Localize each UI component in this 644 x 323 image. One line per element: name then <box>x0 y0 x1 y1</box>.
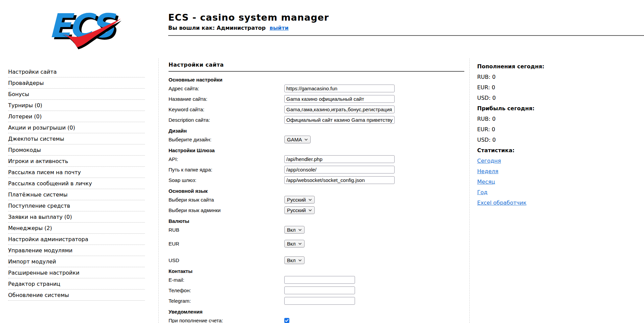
sidebar-item[interactable]: Поступление средств <box>8 200 145 211</box>
field-label: Адрес сайта: <box>169 86 284 91</box>
stats-link[interactable]: Excel обработчик <box>477 200 527 206</box>
stats-value: USD: 0 <box>477 93 619 103</box>
chevron-down-icon <box>298 243 302 245</box>
phone-field[interactable] <box>284 286 355 294</box>
stats-link-row: Неделя <box>477 166 619 177</box>
sidebar-item[interactable]: Рассылка сообщений в личку <box>8 178 145 189</box>
email-field[interactable] <box>284 276 355 284</box>
page-title: ECS - casino system manager <box>168 12 329 23</box>
sidebar-item[interactable]: Лотереи (0) <box>8 111 145 122</box>
site-keywords-field[interactable] <box>284 106 395 113</box>
select-value: Вкл <box>287 257 296 263</box>
admin-language-select-row: Выбери язык админкиРусский <box>169 205 469 215</box>
sidebar-item[interactable]: Джекпоты системы <box>8 133 145 144</box>
notify-on-deposit-checkbox-row: При пополнение счета: <box>169 315 469 323</box>
design-select-row: Выберите дизайн:GAMA <box>169 134 469 145</box>
field-label: Выбери язык сайта <box>169 197 284 203</box>
sidebar-item[interactable]: Заявки на выплату (0) <box>8 211 145 223</box>
currency-usd-select[interactable]: Вкл <box>284 256 305 264</box>
stats-link[interactable]: Год <box>477 189 488 195</box>
stats-link-row: Месяц <box>477 177 619 187</box>
site-description-field[interactable] <box>284 116 395 124</box>
select-value: Русский <box>287 197 306 203</box>
login-status-text: Вы вошли как: Администратор <box>168 25 266 31</box>
stats-value: RUB: 0 <box>477 72 619 82</box>
stats-value: RUB: 0 <box>477 114 619 124</box>
field-label: API: <box>169 156 284 162</box>
chevron-down-icon <box>308 199 312 201</box>
stats-link[interactable]: Месяц <box>477 179 495 185</box>
field-label: Soap шлюз: <box>169 177 284 183</box>
stats-value: EUR: 0 <box>477 82 619 93</box>
chevron-down-icon <box>308 209 312 211</box>
section-header: Основные настройки <box>169 74 469 83</box>
sidebar-item[interactable]: Настройки администратора <box>8 234 145 245</box>
currency-rub-select[interactable]: Вкл <box>284 226 305 234</box>
select-value: Вкл <box>287 241 296 247</box>
design-select[interactable]: GAMA <box>284 136 311 143</box>
sidebar-item[interactable]: Настройки сайта <box>8 66 145 77</box>
site-description-field-row: Description сайта: <box>169 115 469 125</box>
field-label: Выбери язык админки <box>169 207 284 213</box>
stats-link[interactable]: Неделя <box>477 168 498 175</box>
sidebar-item[interactable]: Расширенные настройки <box>8 267 145 278</box>
stats-panel: Пополнения сегодня:RUB: 0EUR: 0USD: 0При… <box>477 61 619 208</box>
field-label: Телефон: <box>169 287 284 293</box>
panel-title-divider <box>169 71 464 72</box>
sidebar-item[interactable]: Акции и розыгрыши (0) <box>8 122 145 133</box>
stats-link[interactable]: Сегодня <box>477 158 501 164</box>
core-folder-field[interactable] <box>284 166 395 174</box>
sidebar-item[interactable]: Платёжные системы <box>8 189 145 200</box>
section-header: Дизайн <box>169 125 469 134</box>
currency-rub-select-row: RUBВкл <box>169 225 469 235</box>
sidebar-item[interactable]: Провайдеры <box>8 77 145 89</box>
field-label: Description сайта: <box>169 117 284 123</box>
select-value: Русский <box>287 207 306 213</box>
panel-title: Настройки сайта <box>169 62 469 68</box>
stats-link-row: Год <box>477 187 619 198</box>
sidebar-item[interactable]: Импорт модулей <box>8 256 145 267</box>
section-header: Уведомления <box>169 306 469 315</box>
email-field-row: E-mail: <box>169 275 469 285</box>
sidebar-item[interactable]: Турниры (0) <box>8 100 145 111</box>
section-header: Основной язык <box>169 185 469 194</box>
sidebar-item[interactable]: Редактор страниц <box>8 278 145 290</box>
chevron-down-icon <box>298 259 302 261</box>
stats-link-row: Excel обработчик <box>477 198 619 208</box>
field-label: Название сайта: <box>169 96 284 102</box>
api-field[interactable] <box>284 155 395 163</box>
notify-on-deposit-checkbox[interactable] <box>284 318 289 323</box>
sidebar-item[interactable]: Менеджеры (2) <box>8 223 145 234</box>
core-folder-field-row: Путь к папке ядра: <box>169 164 469 175</box>
stats-group-title: Прибыль сегодня: <box>477 103 619 114</box>
field-label: EUR <box>169 241 284 247</box>
stats-value: USD: 0 <box>477 135 619 145</box>
login-status: Вы вошли как: Администратор выйти <box>168 25 329 31</box>
stats-link-row: Сегодня <box>477 156 619 166</box>
sidebar-item[interactable]: Бонусы <box>8 89 145 100</box>
site-name-field-row: Название сайта: <box>169 94 469 104</box>
site-url-field[interactable] <box>284 85 395 92</box>
sidebar-item[interactable]: Рассылка писем на почту <box>8 167 145 178</box>
sidebar-item[interactable]: Игроки и активность <box>8 156 145 167</box>
currency-eur-select[interactable]: Вкл <box>284 240 305 248</box>
field-label: Путь к папке ядра: <box>169 167 284 172</box>
soap-gateway-field[interactable] <box>284 176 395 184</box>
field-label: Выберите дизайн: <box>169 137 284 142</box>
select-value: Вкл <box>287 227 296 233</box>
site-url-field-row: Адрес сайта: <box>169 83 469 94</box>
section-header: Валюты <box>169 215 469 225</box>
site-language-select[interactable]: Русский <box>284 196 315 204</box>
telegram-field[interactable] <box>284 297 355 305</box>
site-name-field[interactable] <box>284 95 395 103</box>
chevron-down-icon <box>298 229 302 231</box>
select-value: GAMA <box>287 137 302 142</box>
ecs-logo: ECS ECS <box>46 6 121 51</box>
admin-language-select[interactable]: Русский <box>284 206 315 214</box>
logout-link[interactable]: выйти <box>270 25 289 31</box>
sidebar-item[interactable]: Промокоды <box>8 144 145 156</box>
field-label: Telegram: <box>169 298 284 304</box>
field-label: При пополнение счета: <box>169 318 284 323</box>
sidebar-item[interactable]: Обновление системы <box>8 290 145 301</box>
sidebar-item[interactable]: Управление модулями <box>8 245 145 256</box>
